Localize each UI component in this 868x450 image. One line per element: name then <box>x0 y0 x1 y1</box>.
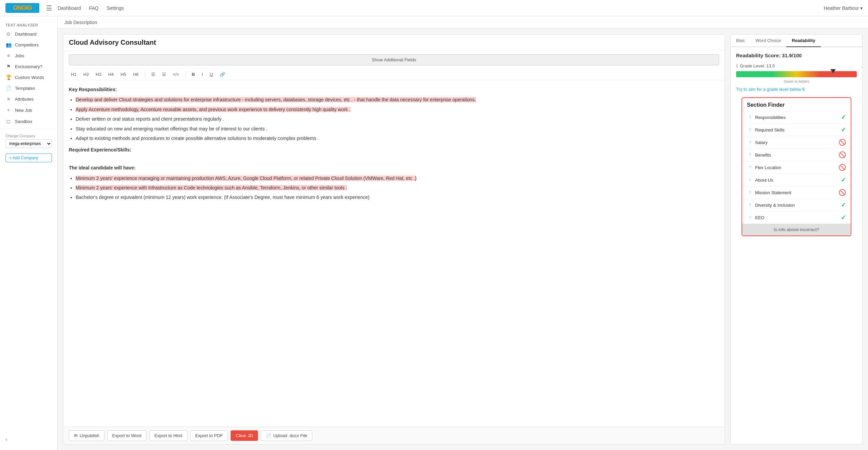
templates-icon: 📄 <box>5 85 12 91</box>
sidebar-item-attributes[interactable]: ≡ Attributes <box>0 94 57 104</box>
italic-button[interactable]: I <box>200 71 205 78</box>
diversity-label: Diversity & Inclusion <box>755 203 795 208</box>
editor-title[interactable]: Cloud Advisory Consultant <box>63 35 725 51</box>
required-skills-info-button[interactable]: ? <box>747 127 753 133</box>
section-item-flex-location: ? Flex Location 🚫 <box>742 161 851 173</box>
heading-h6-button[interactable]: H6 <box>131 71 141 78</box>
required-skills-status-check: ✓ <box>841 126 846 134</box>
nav-dashboard[interactable]: Dashboard <box>58 5 81 11</box>
sidebar-item-new-job[interactable]: ＋ New Job <box>0 104 57 116</box>
unpublish-label: Unpublish <box>80 433 99 438</box>
sidebar-collapse-button[interactable]: ‹ <box>0 433 57 446</box>
list-item: Minimum 2 years' experience with Infrast… <box>76 184 719 191</box>
hamburger-icon[interactable]: ☰ <box>46 4 52 12</box>
sidebar-label-attributes: Attributes <box>15 97 34 102</box>
page-title: Job Description <box>64 20 97 25</box>
grade-level-label: ℹ Grade Level: 13.5 <box>736 63 857 68</box>
export-pdf-button[interactable]: Export to PDF <box>190 430 228 441</box>
heading-h1-button[interactable]: H1 <box>69 71 79 78</box>
sandbox-icon: ◻ <box>5 119 12 124</box>
heading-h4-button[interactable]: H4 <box>106 71 116 78</box>
heading-h2-button[interactable]: H2 <box>81 71 91 78</box>
bold-button[interactable]: B <box>190 71 197 78</box>
nav-settings[interactable]: Settings <box>107 5 124 11</box>
highlighted-text: Develop and deliver Cloud strategies and… <box>76 97 476 102</box>
eeo-info-button[interactable]: ? <box>747 214 753 221</box>
export-html-button[interactable]: Export to Html <box>149 430 187 441</box>
is-incorrect-button[interactable]: Is info above incorrect? <box>742 224 851 236</box>
section-item-benefits: ? Benefits 🚫 <box>742 148 851 161</box>
responsibilities-status-check: ✓ <box>841 114 846 121</box>
responsibilities-label: Responsibilities <box>755 115 786 120</box>
ordered-list-button[interactable]: ☱ <box>160 71 168 78</box>
new-job-icon: ＋ <box>5 107 12 113</box>
logo[interactable]: ONGIG <box>5 3 39 13</box>
eeo-status-check: ✓ <box>841 214 846 221</box>
tab-bias[interactable]: Bias <box>731 35 750 47</box>
section-finder-title: Section Finder <box>742 98 851 111</box>
highlighted-text: Minimum 2 years' experience with Infrast… <box>76 185 347 190</box>
unpublish-icon: ✉ <box>74 433 78 438</box>
grade-bar-container <box>736 71 857 77</box>
sidebar-label-exclusionary: Exclusionary? <box>15 64 42 69</box>
sidebar: TEXT ANALYZER ⊙ Dashboard 👥 Competitors … <box>0 16 58 450</box>
about-us-status-check: ✓ <box>841 176 846 184</box>
about-us-label: About Us <box>755 178 773 183</box>
sidebar-item-dashboard[interactable]: ⊙ Dashboard <box>0 28 57 39</box>
list-item: Develop and deliver Cloud strategies and… <box>76 96 719 103</box>
readability-score: Readability Score: 31.9/100 <box>736 53 857 58</box>
export-html-label: Export to Html <box>154 433 182 438</box>
tab-readability[interactable]: Readability <box>786 35 821 47</box>
readability-content: Readability Score: 31.9/100 ℹ Grade Leve… <box>731 47 862 444</box>
sidebar-company: Change Company mega-enterprises <box>0 131 57 151</box>
diversity-info-button[interactable]: ? <box>747 202 753 208</box>
link-button[interactable]: 🔗 <box>218 71 227 78</box>
page-header: Job Description <box>58 16 868 29</box>
upload-docx-button[interactable]: 📄 Upload .docx File <box>261 430 312 441</box>
unordered-list-button[interactable]: ☰ <box>149 71 157 78</box>
grade-pointer <box>830 69 836 73</box>
heading-h3-button[interactable]: H3 <box>94 71 103 78</box>
top-nav-links: Dashboard FAQ Settings <box>58 5 824 11</box>
sidebar-item-exclusionary[interactable]: ⚑ Exclusionary? <box>0 61 57 72</box>
section-item-mission-statement: ? Mission Statement 🚫 <box>742 186 851 199</box>
nav-faq[interactable]: FAQ <box>89 5 99 11</box>
editor-footer: ✉ Unpublish Export to Word Export to Htm… <box>63 427 725 444</box>
responsibilities-info-button[interactable]: ? <box>747 114 753 120</box>
list-item: Apply Accenture methodology, Accenture r… <box>76 106 719 113</box>
add-company-button[interactable]: + Add Company <box>5 154 52 162</box>
grade-bar <box>736 71 857 77</box>
sidebar-label-sandbox: Sandbox <box>15 119 32 124</box>
heading-h5-button[interactable]: H5 <box>119 71 129 78</box>
sidebar-item-competitors[interactable]: 👥 Competitors <box>0 39 57 50</box>
salary-info-button[interactable]: ? <box>747 139 753 145</box>
benefits-info-button[interactable]: ? <box>747 152 753 158</box>
tab-word-choice[interactable]: Word Choice <box>750 35 786 47</box>
required-skills-label: Required Skills <box>755 127 785 132</box>
benefits-status-cross: 🚫 <box>839 151 846 159</box>
sidebar-section-label: TEXT ANALYZER <box>0 20 57 28</box>
mission-statement-info-button[interactable]: ? <box>747 189 753 196</box>
company-select[interactable]: mega-enterprises <box>5 139 52 148</box>
flex-location-info-button[interactable]: ? <box>747 164 753 170</box>
list-item: Minimum 2 years' experience managing or … <box>76 175 719 182</box>
grade-cta[interactable]: Try to aim for a grade level below 8 <box>736 87 857 92</box>
right-panel: Bias Word Choice Readability Readability… <box>730 34 863 445</box>
export-word-label: Export to Word <box>112 433 141 438</box>
about-us-info-button[interactable]: ? <box>747 177 753 183</box>
sidebar-item-jobs[interactable]: ≡ Jobs <box>0 50 57 61</box>
editor-body[interactable]: Key Responsibilities: Develop and delive… <box>63 80 725 427</box>
user-menu[interactable]: Heather Barbour ▾ <box>824 5 863 11</box>
code-button[interactable]: </> <box>171 71 181 78</box>
sidebar-item-custom-words[interactable]: 🏆 Custom Words <box>0 72 57 83</box>
sidebar-label-new-job: New Job <box>15 108 32 113</box>
sidebar-label-competitors: Competitors <box>15 42 39 47</box>
clear-jd-button[interactable]: Clear JD <box>231 430 258 441</box>
competitors-icon: 👥 <box>5 42 12 47</box>
export-word-button[interactable]: Export to Word <box>107 430 146 441</box>
sidebar-item-sandbox[interactable]: ◻ Sandbox <box>0 116 57 127</box>
show-additional-fields-button[interactable]: Show Additional Fields <box>69 54 719 65</box>
unpublish-button[interactable]: ✉ Unpublish <box>69 430 104 441</box>
underline-button[interactable]: U <box>208 71 215 78</box>
sidebar-item-templates[interactable]: 📄 Templates <box>0 83 57 94</box>
